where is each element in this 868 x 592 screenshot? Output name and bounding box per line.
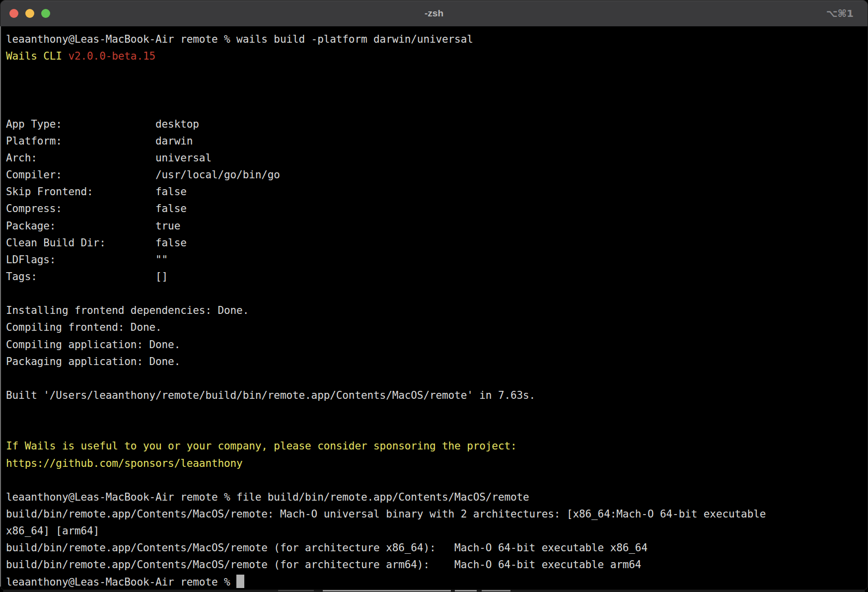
terminal-line: build/bin/remote.app/Contents/MacOS/remo… [6,506,863,522]
terminal-text-segment: Compiling application: Done. [6,339,180,351]
terminal-text-segment: Skip Frontend: false [6,186,187,198]
terminal-text-segment: LDFlags: "" [6,254,168,266]
terminal-text-segment: App Type: desktop [6,118,199,130]
terminal-line [6,472,863,489]
terminal-line: Skip Frontend: false [6,183,863,200]
terminal-text-segment: x86_64] [arm64] [6,525,99,537]
terminal-line: Built '/Users/leaanthony/remote/build/bi… [6,387,863,404]
terminal-line [6,65,863,81]
terminal-line: If Wails is useful to you or your compan… [6,438,863,454]
terminal-text-segment: Wails CLI [6,50,68,62]
window-title: -zsh [0,0,868,26]
terminal-line: build/bin/remote.app/Contents/MacOS/remo… [6,539,863,556]
terminal-line: Installing frontend dependencies: Done. [6,302,863,319]
terminal-text-segment: Installing frontend dependencies: Done. [6,304,249,316]
terminal-line: Compiler: /usr/local/go/bin/go [6,166,863,183]
terminal-line: Compress: false [6,200,863,217]
terminal-line [6,285,863,302]
terminal-line: Packaging application: Done. [6,353,863,370]
window-left-edge-highlight [0,26,1,587]
terminal-text-segment: build/bin/remote.app/Contents/MacOS/remo… [6,542,648,554]
terminal-line: App Type: desktop [6,116,863,133]
terminal-text-segment: Package: true [6,220,180,232]
terminal-text-segment: leaanthony@Leas-MacBook-Air remote % wai… [6,33,473,45]
terminal-line: Compiling frontend: Done. [6,319,863,336]
terminal-line [6,370,863,387]
terminal-line: Compiling application: Done. [6,336,863,353]
terminal-line: x86_64] [arm64] [6,522,863,539]
terminal-text-segment: Clean Build Dir: false [6,237,187,249]
terminal-text-segment: v2.0.0-beta.15 [68,50,155,62]
terminal-line: Clean Build Dir: false [6,234,863,251]
terminal-text-segment: Compiler: /usr/local/go/bin/go [6,169,280,181]
terminal-text-segment: Tags: [] [6,271,168,283]
terminal-text-segment: Compiling frontend: Done. [6,321,162,333]
terminal-text-segment: Arch: universal [6,152,212,164]
terminal-line: LDFlags: "" [6,251,863,268]
terminal-text-segment: https://github.com/sponsors/leaanthony [6,457,243,469]
terminal-line: leaanthony@Leas-MacBook-Air remote % fil… [6,489,863,506]
terminal-line: Wails CLI v2.0.0-beta.15 [6,48,863,65]
terminal-text-segment: Packaging application: Done. [6,356,180,368]
terminal-line: Tags: [] [6,268,863,285]
terminal-text-segment: If Wails is useful to you or your compan… [6,440,517,452]
terminal-text-segment: build/bin/remote.app/Contents/MacOS/remo… [6,508,766,520]
terminal-screen[interactable]: leaanthony@Leas-MacBook-Air remote % wai… [0,27,868,590]
terminal-line [6,81,863,98]
terminal-cursor [236,575,244,588]
terminal-line [6,99,863,116]
terminal-output: leaanthony@Leas-MacBook-Air remote % wai… [6,31,863,590]
terminal-line: Arch: universal [6,149,863,166]
terminal-line [6,404,863,421]
terminal-line: leaanthony@Leas-MacBook-Air remote % wai… [6,31,863,48]
terminal-text-segment: leaanthony@Leas-MacBook-Air remote % fil… [6,491,529,503]
tab-shortcut-badge: ⌥⌘1 [826,0,854,26]
terminal-text-segment: leaanthony@Leas-MacBook-Air remote % [6,576,236,588]
terminal-window: -zsh ⌥⌘1 leaanthony@Leas-MacBook-Air rem… [0,0,868,590]
terminal-line: Package: true [6,218,863,234]
terminal-text-segment: Built '/Users/leaanthony/remote/build/bi… [6,389,535,401]
terminal-line: Platform: darwin [6,133,863,149]
terminal-line: https://github.com/sponsors/leaanthony [6,455,863,472]
terminal-text-segment: build/bin/remote.app/Contents/MacOS/remo… [6,559,641,571]
terminal-text-segment: Compress: false [6,203,187,215]
terminal-line: build/bin/remote.app/Contents/MacOS/remo… [6,556,863,573]
terminal-line [6,421,863,438]
terminal-text-segment: Platform: darwin [6,135,193,147]
titlebar[interactable]: -zsh ⌥⌘1 [0,0,868,27]
terminal-line: leaanthony@Leas-MacBook-Air remote % [6,574,863,591]
